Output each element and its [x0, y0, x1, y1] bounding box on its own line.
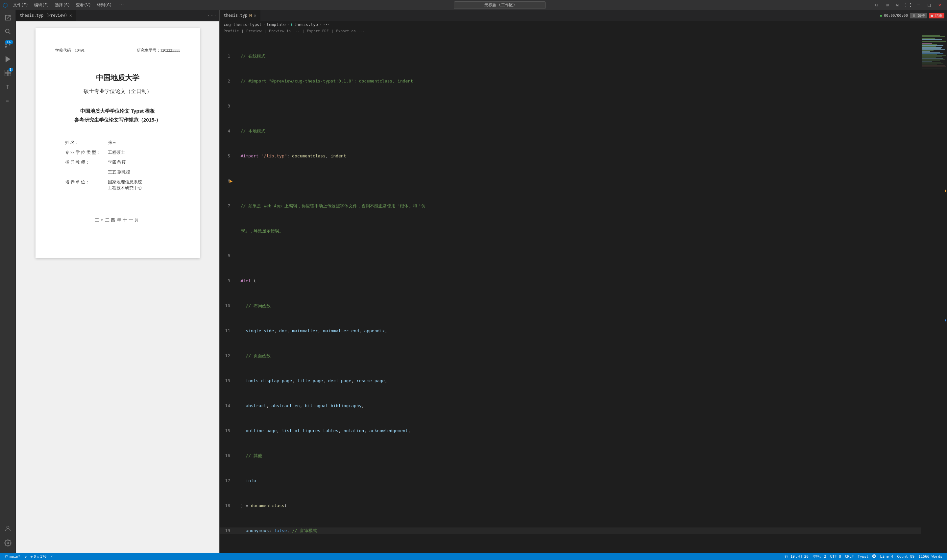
error-count[interactable]: ⊗ 0 ⚠ 170	[29, 554, 49, 559]
activity-more[interactable]: ⋯	[1, 94, 14, 107]
activity-settings[interactable]	[1, 536, 14, 549]
sub-breadcrumb: Profile | Preview | Preview in ... | Exp…	[220, 28, 947, 34]
activity-explorer[interactable]	[1, 11, 14, 24]
count89-status[interactable]: Count 89	[895, 554, 916, 559]
activity-source-control[interactable]: 137	[1, 39, 14, 52]
language-label: Typst	[858, 554, 868, 559]
advisor-label: 指 导 教 师：	[65, 159, 108, 165]
name-value: 张三	[108, 140, 170, 146]
code-line-1: 1 // 在线模式	[220, 53, 921, 59]
activity-run[interactable]	[1, 52, 14, 66]
minimap-orange-indicator	[945, 190, 946, 192]
pause-button[interactable]: ⏸ 暂停	[910, 13, 927, 18]
layout3-icon[interactable]: ⊡	[893, 0, 902, 9]
sub-bc-sep3: |	[302, 29, 305, 33]
warning-icon: ⚠	[37, 554, 39, 559]
git-branch-label: main*	[9, 554, 20, 559]
activity-search[interactable]	[1, 25, 14, 38]
timer-value: 00:00/00:00	[884, 14, 908, 18]
preview-tab[interactable]: thesis.typ (Preview) ×	[16, 10, 76, 22]
code-tab[interactable]: thesis.typ M ×	[220, 10, 261, 22]
code-line-11: 11 single-side, doc, mainmatter, mainmat…	[220, 328, 921, 334]
code-editor-content[interactable]: 1 // 在线模式 2 // #import "@preview/cug-the…	[220, 34, 921, 553]
eol-info[interactable]: CRLF	[843, 554, 856, 559]
encoding-label: UTF-8	[830, 554, 841, 559]
minimap[interactable]	[921, 34, 947, 553]
menu-file[interactable]: 文件(F)	[11, 2, 31, 9]
sub-bc-preview-in[interactable]: Preview in ...	[269, 29, 300, 33]
layout-icon[interactable]: ⊟	[872, 0, 881, 9]
code-line-7b: 宋」，导致显示错误。	[220, 228, 921, 234]
status-bar: main* ↻ ⊗ 0 ⚠ 170 ✓ 行 19，列 20 空格: 2 UTF-…	[0, 553, 947, 560]
spaces-label: 空格: 2	[813, 554, 826, 559]
student-id: 研究生学号：120222xxxx	[137, 48, 180, 53]
minimize-button[interactable]: ─	[914, 0, 923, 9]
sub-bc-export-pdf[interactable]: Export PDF	[307, 29, 328, 33]
sub-bc-profile[interactable]: Profile	[223, 29, 239, 33]
menu-goto[interactable]: 转到(G)	[94, 2, 115, 9]
sync-icon: ↻	[24, 554, 27, 559]
activity-bottom	[1, 522, 14, 553]
name-label: 姓 名：	[65, 140, 108, 146]
preview-tab-close[interactable]: ×	[69, 13, 72, 18]
preview-tab-more[interactable]: ···	[205, 12, 219, 19]
sub-bc-sep4: |	[331, 29, 334, 33]
preview-content[interactable]: 学校代码：10491 研究生学号：120222xxxx 中国地质大学 硕士专业学…	[16, 22, 219, 553]
menu-select[interactable]: 选择(S)	[52, 2, 73, 9]
activity-account[interactable]	[1, 522, 14, 535]
maximize-button[interactable]: □	[925, 0, 934, 9]
activity-extensions[interactable]: 3	[1, 66, 14, 80]
stop-button[interactable]: ■ 结束	[929, 13, 944, 18]
checkmark-status[interactable]: ✓	[49, 554, 55, 559]
line4-label: Line 4	[880, 554, 893, 559]
doc-date: 二○二四年十一月	[55, 217, 180, 223]
sub-bc-export-as[interactable]: Export as ...	[336, 29, 364, 33]
language-info[interactable]: Typst	[856, 554, 870, 559]
word-count-label: 11566 Words	[918, 554, 942, 559]
breadcrumb-template[interactable]: template	[267, 22, 286, 27]
svg-point-13	[5, 555, 6, 556]
search-area: 无标题 (工作区)	[130, 1, 869, 9]
breadcrumb-root[interactable]: cug-thesis-typst	[223, 22, 262, 27]
code-line-7: 7 // 如果是 Web App 上编辑，你应该手动上传这些字体文件，否则不能正…	[220, 203, 921, 209]
activity-typst[interactable]: T	[1, 80, 14, 93]
code-line-2: 2 // #import "@preview/cug-thesis-typst:…	[220, 78, 921, 84]
preview-panel: thesis.typ (Preview) × ··· 学校代码：10491 研究…	[16, 10, 220, 553]
word-count[interactable]: 11566 Words	[916, 554, 944, 559]
code-line-19: 19 anonymous: false, // 盲审模式	[220, 528, 921, 534]
breadcrumb-file[interactable]: thesis.typ	[294, 22, 318, 27]
preview-tab-bar: thesis.typ (Preview) × ···	[16, 10, 219, 22]
svg-line-1	[9, 32, 10, 34]
template-title: 中国地质大学学位论文 Typst 模板	[55, 108, 180, 114]
doc-top-info: 学校代码：10491 研究生学号：120222xxxx	[55, 48, 180, 53]
layout4-icon[interactable]: ⋮⋮	[904, 0, 913, 9]
warning-number: 170	[40, 554, 47, 559]
layout2-icon[interactable]: ⊞	[882, 0, 892, 9]
git-branch[interactable]: main*	[3, 554, 22, 559]
spaces-info[interactable]: 空格: 2	[810, 554, 828, 559]
encoding-info[interactable]: UTF-8	[828, 554, 843, 559]
close-button[interactable]: ✕	[935, 0, 944, 9]
code-line-4: 4 // 本地模式	[220, 128, 921, 134]
code-tab-close[interactable]: ×	[254, 13, 256, 18]
document-page: 学校代码：10491 研究生学号：120222xxxx 中国地质大学 硕士专业学…	[35, 28, 200, 258]
sync-button[interactable]: ↻	[22, 554, 29, 559]
school-code: 学校代码：10491	[55, 48, 85, 53]
breadcrumb-more[interactable]: ···	[323, 22, 330, 27]
typst-icon-status[interactable]: ⓿	[870, 554, 878, 559]
code-line-8: 8	[220, 253, 921, 259]
line-info[interactable]: 行 19，列 20	[782, 554, 810, 559]
menu-view[interactable]: 查看(V)	[73, 2, 94, 9]
code-tab-modified: M	[249, 13, 251, 18]
svg-rect-9	[8, 73, 11, 76]
menu-more[interactable]: ···	[115, 2, 128, 8]
menu-edit[interactable]: 编辑(E)	[32, 2, 52, 9]
code-line-14: 14 abstract, abstract-en, bilingual-bibl…	[220, 403, 921, 409]
org-label: 培 养 单 位：	[65, 179, 108, 185]
sub-bc-preview[interactable]: Preview	[246, 29, 262, 33]
global-search-input[interactable]: 无标题 (工作区)	[454, 1, 546, 9]
main-layout: 137 3 T ⋯ thesis.typ (Preview) ×	[0, 10, 947, 553]
code-line-3: 3	[220, 103, 921, 109]
code-line-17: 17 info	[220, 477, 921, 484]
line4-status[interactable]: Line 4	[878, 554, 895, 559]
